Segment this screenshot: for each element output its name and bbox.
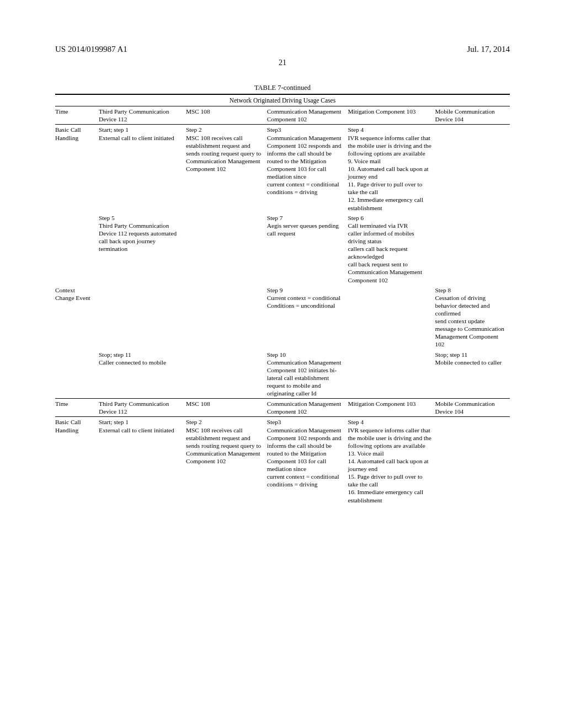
cell xyxy=(99,285,186,350)
table-row: Stop; step 11 Caller connected to mobile… xyxy=(55,350,510,399)
col-msc: MSC 108 xyxy=(186,106,267,125)
cell: Step3 Communication Management Component… xyxy=(267,417,348,505)
cell: Step 7 Aegis server queues pending call … xyxy=(267,213,348,285)
cell xyxy=(186,213,267,285)
cell xyxy=(186,285,267,350)
table-subtitle: Network Originated Driving Usage Cases xyxy=(55,95,510,106)
cell: Step 4 IVR sequence informs caller that … xyxy=(348,417,435,505)
table-row: Context Change Event Step 9 Current cont… xyxy=(55,285,510,350)
cell: Basic Call Handling xyxy=(55,125,99,213)
cell: Start; step 1 External call to client in… xyxy=(99,417,186,505)
cell: Step3 Communication Management Component… xyxy=(267,125,348,213)
col-mitigation: Mitigation Component 103 xyxy=(348,106,435,125)
col-third-party: Third Party Communication Device 112 xyxy=(99,106,186,125)
cell xyxy=(55,350,99,399)
page: US 2014/0199987 A1 Jul. 17, 2014 21 TABL… xyxy=(0,0,565,728)
cell: Basic Call Handling xyxy=(55,417,99,505)
cell xyxy=(186,350,267,399)
col-time: Time xyxy=(55,106,99,125)
cell: Step 9 Current context = conditional Con… xyxy=(267,285,348,350)
col-time: Time xyxy=(55,399,99,417)
cell xyxy=(55,213,99,285)
cell: Step 6 Call terminated via IVR caller in… xyxy=(348,213,435,285)
col-third-party: Third Party Communication Device 112 xyxy=(99,399,186,417)
col-mobile: Mobile Communication Device 104 xyxy=(435,106,510,125)
cell: Start; step 1 External call to client in… xyxy=(99,125,186,213)
col-mobile: Mobile Communication Device 104 xyxy=(435,399,510,417)
cell: Step 4 IVR sequence informs caller that … xyxy=(348,125,435,213)
cell: Stop; step 11 Caller connected to mobile xyxy=(99,350,186,399)
usage-table: Time Third Party Communication Device 11… xyxy=(55,106,510,505)
page-number: 21 xyxy=(55,58,510,68)
cell xyxy=(348,285,435,350)
cell: Step 2 MSC 108 receives call establishme… xyxy=(186,417,267,505)
cell xyxy=(435,125,510,213)
col-cmc: Communication Management Component 102 xyxy=(267,399,348,417)
col-mitigation: Mitigation Component 103 xyxy=(348,399,435,417)
cell: Context Change Event xyxy=(55,285,99,350)
cell xyxy=(348,350,435,399)
cell: Step 2 MSC 108 receives call establishme… xyxy=(186,125,267,213)
cell xyxy=(435,417,510,505)
col-msc: MSC 108 xyxy=(186,399,267,417)
page-header: US 2014/0199987 A1 Jul. 17, 2014 xyxy=(55,44,510,55)
table-header-row: Time Third Party Communication Device 11… xyxy=(55,399,510,417)
table-header-row: Time Third Party Communication Device 11… xyxy=(55,106,510,125)
table-row: Step 5 Third Party Communication Device … xyxy=(55,213,510,285)
table-title: TABLE 7-continued xyxy=(55,84,510,93)
cell: Step 5 Third Party Communication Device … xyxy=(99,213,186,285)
cell xyxy=(435,213,510,285)
cell: Step 8 Cessation of driving behavior det… xyxy=(435,285,510,350)
cell: Stop; step 11 Mobile connected to caller xyxy=(435,350,510,399)
col-cmc: Communication Management Component 102 xyxy=(267,106,348,125)
table-row: Basic Call Handling Start; step 1 Extern… xyxy=(55,417,510,505)
publication-date: Jul. 17, 2014 xyxy=(467,44,510,55)
cell: Step 10 Communication Management Compone… xyxy=(267,350,348,399)
publication-number: US 2014/0199987 A1 xyxy=(55,44,127,55)
table-row: Basic Call Handling Start; step 1 Extern… xyxy=(55,125,510,213)
